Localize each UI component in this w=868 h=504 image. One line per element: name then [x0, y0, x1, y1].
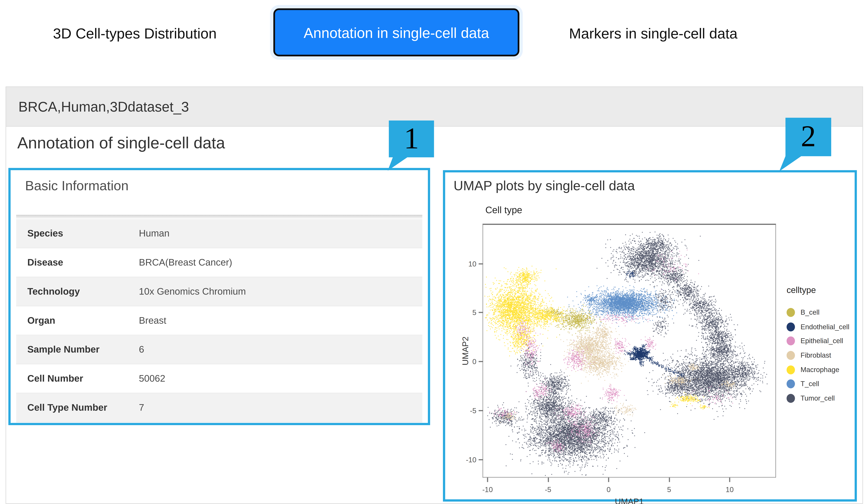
callout-badge-1: 1 — [389, 121, 434, 157]
table-row: OrganBreast — [16, 306, 422, 336]
table-row: Sample Number6 — [16, 336, 422, 364]
x-tick-label: -5 — [545, 485, 551, 494]
legend-item: Epithelial_cell — [787, 334, 857, 348]
umap-heading: UMAP plots by single-cell data — [454, 178, 635, 194]
row-label: Organ — [16, 315, 139, 326]
legend-label: Tumor_cell — [800, 394, 835, 402]
row-value: BRCA(Breast Cancer) — [139, 257, 232, 268]
legend-swatch-icon — [787, 365, 795, 374]
legend-item: Macrophage — [787, 362, 857, 377]
x-tick-mark — [548, 477, 549, 482]
x-tick-label: 5 — [667, 485, 671, 494]
y-tick-label: 5 — [459, 308, 476, 317]
legend-swatch-icon — [787, 322, 795, 331]
legend-item: Fibroblast — [787, 348, 857, 362]
legend-item: Tumor_cell — [787, 391, 857, 405]
x-axis-label: UMAP1 — [615, 497, 644, 504]
x-tick-mark — [669, 477, 670, 482]
umap-section: UMAP plots by single-cell data Cell type… — [443, 170, 857, 502]
legend-label: Fibroblast — [800, 351, 831, 359]
page-title: Annotation of single-cell data — [17, 134, 225, 152]
legend-label: T_cell — [800, 380, 819, 388]
table-row: Technology10x Genomics Chromium — [16, 277, 422, 306]
y-tick-label: -5 — [459, 407, 476, 415]
row-value: 6 — [139, 344, 144, 355]
row-label: Disease — [16, 257, 139, 268]
x-tick-mark — [729, 477, 730, 482]
y-tick-label: -10 — [459, 455, 476, 464]
table-row: SpeciesHuman — [16, 219, 422, 248]
legend-label: B_cell — [800, 309, 819, 316]
row-value: Human — [139, 228, 169, 239]
table-row: DiseaseBRCA(Breast Cancer) — [16, 248, 422, 277]
row-value: 50062 — [139, 373, 165, 384]
y-tick-mark — [479, 312, 483, 313]
callout-badge-2-tail — [779, 155, 803, 171]
row-value: 7 — [139, 402, 144, 413]
legend-swatch-icon — [787, 394, 795, 403]
y-tick-mark — [479, 263, 483, 264]
legend-label: Epithelial_cell — [800, 337, 843, 345]
legend-items: B_cellEndothelial_cellEpithelial_cellFib… — [787, 305, 857, 405]
row-value: Breast — [139, 315, 166, 326]
legend-item: T_cell — [787, 377, 857, 391]
y-tick-label: 0 — [459, 358, 476, 366]
x-tick-label: 10 — [726, 485, 734, 494]
basic-information-section: Basic Information SpeciesHumanDiseaseBRC… — [8, 168, 430, 425]
basic-information-heading: Basic Information — [25, 178, 128, 194]
legend-item: Endothelial_cell — [787, 319, 857, 334]
dataset-header: BRCA,Human,3Ddataset_3 — [6, 87, 862, 126]
y-tick-mark — [479, 410, 483, 411]
umap-plot-area: UMAP2 UMAP1 -10-505101050-5-10 — [483, 224, 776, 477]
row-label: Cell Number — [16, 373, 139, 384]
app-page: 3D Cell-types Distribution Annotation in… — [0, 0, 868, 504]
legend-swatch-icon — [787, 351, 795, 360]
row-value: 10x Genomics Chromium — [139, 286, 246, 297]
row-label: Technology — [16, 286, 139, 297]
row-label: Species — [16, 228, 139, 239]
umap-scatter-canvas — [483, 225, 776, 477]
basic-info-table: SpeciesHumanDiseaseBRCA(Breast Cancer)Te… — [16, 215, 422, 422]
x-tick-label: -10 — [482, 485, 493, 494]
plot-title: Cell type — [485, 205, 522, 216]
plot-legend: celltype B_cellEndothelial_cellEpithelia… — [787, 285, 857, 405]
row-label: Sample Number — [16, 344, 139, 355]
legend-item: B_cell — [787, 305, 857, 319]
y-tick-mark — [479, 459, 483, 460]
legend-title: celltype — [787, 285, 857, 295]
y-tick-label: 10 — [459, 259, 476, 268]
dataset-panel: BRCA,Human,3Ddataset_3 Annotation of sin… — [6, 86, 863, 504]
table-row: Cell Type Number7 — [16, 393, 422, 422]
callout-badge-2: 2 — [786, 118, 831, 156]
tab-3d-cell-types-distribution[interactable]: 3D Cell-types Distribution — [53, 25, 217, 42]
tab-annotation-in-single-cell-data[interactable]: Annotation in single-cell data — [273, 8, 519, 56]
x-tick-mark — [487, 477, 488, 482]
table-top-shadow — [16, 215, 422, 219]
x-tick-mark — [608, 477, 609, 482]
legend-swatch-icon — [787, 337, 795, 345]
legend-label: Macrophage — [800, 366, 839, 373]
x-tick-label: 0 — [607, 485, 611, 494]
y-tick-mark — [479, 361, 483, 362]
legend-swatch-icon — [787, 308, 795, 317]
tab-markers-in-single-cell-data[interactable]: Markers in single-cell data — [569, 25, 737, 42]
row-label: Cell Type Number — [16, 402, 139, 413]
table-row: Cell Number50062 — [16, 364, 422, 393]
legend-swatch-icon — [787, 380, 795, 389]
legend-label: Endothelial_cell — [800, 323, 849, 330]
